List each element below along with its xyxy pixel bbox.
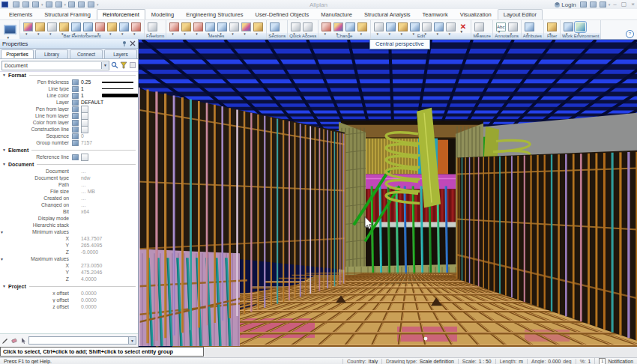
filter-icon[interactable] <box>547 22 557 31</box>
angle-status[interactable]: Angle:0.000deg <box>527 359 576 364</box>
quick-grid-icon[interactable] <box>303 22 313 31</box>
notification-status[interactable]: 1Notification <box>594 358 637 364</box>
fixture-icon[interactable] <box>95 22 105 31</box>
tab-manufacture[interactable]: Manufacture <box>315 9 358 19</box>
section-maximum-values[interactable]: ▼Maximum values <box>0 255 138 262</box>
close-icon[interactable] <box>130 40 136 46</box>
scale-status[interactable]: Scale:1 : 50 <box>458 359 495 364</box>
pin-icon[interactable] <box>121 40 127 46</box>
color-swatch[interactable] <box>102 94 138 97</box>
panel-tab-connect[interactable]: Connect <box>70 49 103 58</box>
section-icon[interactable] <box>270 22 280 31</box>
abc-label-icon[interactable]: Abc <box>496 22 506 31</box>
help-balloon-icon[interactable]: ? <box>626 30 634 38</box>
eraser-icon[interactable] <box>10 337 18 345</box>
3d-viewport[interactable]: Central perspective <box>139 39 637 347</box>
checkbox[interactable] <box>81 126 88 133</box>
tab-user-defined-objects[interactable]: User-Defined Objects <box>249 9 315 19</box>
login-button[interactable]: Login <box>555 1 576 8</box>
mesh-shape-icon[interactable] <box>169 22 179 31</box>
tab-reinforcement[interactable]: Reinforcement <box>97 9 145 19</box>
shop-cart-icon[interactable] <box>590 1 597 7</box>
property-value[interactable]: DEFAULT <box>81 100 103 105</box>
redistribute-icon[interactable] <box>345 22 355 31</box>
modify-bar-icon[interactable] <box>321 22 331 31</box>
bar-shape-icon[interactable] <box>23 22 33 31</box>
viewport-view-tab[interactable]: Central perspective <box>369 40 430 49</box>
mesh-placement-icon[interactable] <box>181 22 191 31</box>
plan-view-icon[interactable] <box>564 22 573 31</box>
copy-icon[interactable] <box>374 22 384 31</box>
panel-tab-properties[interactable]: Properties <box>1 49 34 58</box>
mesh-cut-icon[interactable] <box>205 22 215 31</box>
tab-engineering-structures[interactable]: Engineering Structures <box>180 9 249 19</box>
mirror-icon[interactable] <box>386 22 396 31</box>
panel-tab-library[interactable]: Library <box>35 49 68 58</box>
tab-layout-editor[interactable]: Layout Editor <box>498 9 543 19</box>
tab-structural-framing[interactable]: Structural Framing <box>38 9 97 19</box>
bar-placement-icon[interactable] <box>35 22 45 31</box>
bending-shape-icon[interactable] <box>59 22 69 31</box>
pointer-icon[interactable] <box>19 337 27 345</box>
spacer-icon[interactable] <box>107 22 117 31</box>
line-icon[interactable] <box>291 22 301 31</box>
text-icon[interactable] <box>508 22 518 31</box>
match-properties-icon[interactable] <box>129 61 136 69</box>
stretch-icon[interactable] <box>434 22 444 31</box>
document-selector[interactable]: Document ▼ <box>1 61 109 70</box>
tab-modeling[interactable]: Modeling <box>145 9 180 19</box>
bar-list-icon[interactable] <box>71 22 81 31</box>
modify-placement-icon[interactable] <box>333 22 343 31</box>
percent-status[interactable]: %:1 <box>576 359 595 364</box>
section-minimum-values[interactable]: ▼Minimum values <box>0 228 138 235</box>
mesh-catalog-icon[interactable] <box>253 22 263 31</box>
element-filter-input[interactable] <box>28 336 129 345</box>
align-icon[interactable] <box>422 22 432 31</box>
freeform-reinforcement-icon[interactable] <box>148 22 157 31</box>
country-status[interactable]: Country:Italy <box>342 359 381 364</box>
mesh-area-icon[interactable] <box>193 22 203 31</box>
section-element[interactable]: ▼Element <box>0 146 138 154</box>
filter-funnel-icon[interactable] <box>120 61 127 69</box>
maximize-button[interactable]: ▢ <box>621 1 627 8</box>
tab-structural-analysis[interactable]: Structural Analysis <box>358 9 417 19</box>
view-3d-icon[interactable] <box>576 22 585 31</box>
trim-icon[interactable] <box>446 22 456 31</box>
pen-filter-icon[interactable] <box>1 337 9 345</box>
property-value[interactable]: 0.25 <box>81 79 100 85</box>
label-icon[interactable] <box>131 22 141 31</box>
mesh-label-icon[interactable] <box>241 22 251 31</box>
section-document[interactable]: ▼Document <box>0 160 138 168</box>
area-placement-icon[interactable] <box>47 22 57 31</box>
section-project[interactable]: ▼Project <box>0 282 138 290</box>
close-button[interactable]: × <box>631 1 635 8</box>
tab-teamwork[interactable]: Teamwork <box>417 9 454 19</box>
bar-scheme-icon[interactable] <box>83 22 93 31</box>
length-status[interactable]: Length:m <box>495 359 527 364</box>
search-icon[interactable] <box>111 61 118 69</box>
delete-icon[interactable]: ✕ <box>458 22 468 31</box>
drawing-type-status[interactable]: Drawing type:Scale definition <box>381 359 458 364</box>
tab-elements[interactable]: Elements <box>3 9 38 19</box>
tab-visualization[interactable]: Visualization <box>454 9 498 19</box>
property-value[interactable]: 1 <box>81 93 100 98</box>
section-format[interactable]: ▼Format <box>0 71 138 79</box>
measure-icon[interactable] <box>474 22 484 31</box>
apps-grid-icon[interactable] <box>580 1 587 7</box>
help-icon[interactable] <box>600 1 606 7</box>
checkbox[interactable] <box>81 154 88 161</box>
coupler-icon[interactable] <box>119 22 129 31</box>
row-min-z: Z-9.0000 <box>0 249 138 255</box>
move-icon[interactable] <box>398 22 408 31</box>
workspace-button[interactable] <box>0 20 20 39</box>
mesh-list-icon[interactable] <box>217 22 227 31</box>
attributes-icon[interactable] <box>525 22 534 31</box>
update-icon[interactable] <box>357 22 367 31</box>
panel-tab-layers[interactable]: Layers <box>104 49 137 58</box>
property-value[interactable]: 1 <box>81 86 100 91</box>
minimize-button[interactable]: – <box>613 1 616 8</box>
chevron-down-icon[interactable]: ▼ <box>129 336 136 345</box>
mesh-scheme-icon[interactable] <box>229 22 239 31</box>
rotate-icon[interactable] <box>410 22 420 31</box>
more-caret[interactable]: ▾ <box>609 2 611 7</box>
